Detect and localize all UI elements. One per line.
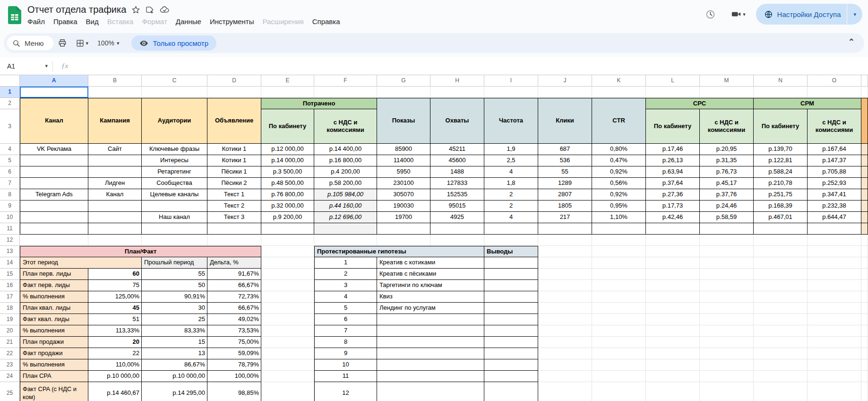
- cell-A2[interactable]: Канал: [20, 98, 88, 144]
- cell-E20[interactable]: [261, 325, 314, 337]
- cell-N12[interactable]: [754, 235, 808, 246]
- cell-I5[interactable]: 2,5: [484, 155, 538, 166]
- cell-O9[interactable]: р.232,38: [808, 200, 861, 212]
- cell-K15[interactable]: [592, 269, 646, 280]
- cell-I4[interactable]: 1,9: [484, 144, 538, 155]
- cell-M18[interactable]: [700, 303, 754, 314]
- cell-J4[interactable]: 687: [538, 144, 592, 155]
- cell-D10[interactable]: Текст 3: [207, 212, 261, 223]
- cell-M21[interactable]: [700, 337, 754, 348]
- cell-C18[interactable]: 30: [142, 303, 207, 314]
- cell-F12[interactable]: [314, 235, 377, 246]
- cell-L5[interactable]: р.26,13: [646, 155, 700, 166]
- cell-C12[interactable]: [142, 235, 207, 246]
- cell-I24[interactable]: [484, 371, 538, 382]
- cell-B6[interactable]: [88, 166, 142, 178]
- cell-J18[interactable]: [538, 303, 592, 314]
- cell-B11[interactable]: [88, 223, 142, 235]
- cell-P8[interactable]: [861, 189, 868, 200]
- cell-B9[interactable]: [88, 200, 142, 212]
- cell-G17[interactable]: Квиз: [377, 291, 484, 303]
- cell-D21[interactable]: 75,00%: [207, 337, 261, 348]
- cell-J17[interactable]: [538, 291, 592, 303]
- cell-G21[interactable]: [377, 337, 484, 348]
- cell-I19[interactable]: [484, 314, 538, 325]
- cell-G24[interactable]: [377, 371, 484, 382]
- cell-J22[interactable]: [538, 348, 592, 359]
- cell-K23[interactable]: [592, 359, 646, 371]
- cell-O5[interactable]: р.147,37: [808, 155, 861, 166]
- cell-J23[interactable]: [538, 359, 592, 371]
- cell-J6[interactable]: 55: [538, 166, 592, 178]
- cell-F8[interactable]: р.105 984,00: [314, 189, 377, 200]
- cell-P9[interactable]: [861, 200, 868, 212]
- cell-P20[interactable]: [861, 325, 868, 337]
- cell-M12[interactable]: [700, 235, 754, 246]
- cell-N13[interactable]: [754, 246, 808, 257]
- cell-D5[interactable]: Котики 1: [207, 155, 261, 166]
- cell-G2[interactable]: Показы: [377, 98, 430, 144]
- cell-N10[interactable]: р.467,01: [754, 212, 808, 223]
- cell-L10[interactable]: р.42,46: [646, 212, 700, 223]
- cell-P19[interactable]: [861, 314, 868, 325]
- cell-M10[interactable]: р.58,59: [700, 212, 754, 223]
- cell-F7[interactable]: р.58 200,00: [314, 178, 377, 189]
- cell-L24[interactable]: [646, 371, 700, 382]
- cell-O13[interactable]: [808, 246, 861, 257]
- menu-item-5[interactable]: Данные: [172, 17, 206, 26]
- cell-N21[interactable]: [754, 337, 808, 348]
- cell-O23[interactable]: [808, 359, 861, 371]
- cell-L8[interactable]: р.27,36: [646, 189, 700, 200]
- cell-K6[interactable]: 0,92%: [592, 166, 646, 178]
- cell-G7[interactable]: 230100: [377, 178, 430, 189]
- cell-B7[interactable]: Лидген: [88, 178, 142, 189]
- cell-J21[interactable]: [538, 337, 592, 348]
- row-header-2[interactable]: 2: [0, 98, 20, 109]
- cell-O6[interactable]: р.705,88: [808, 166, 861, 178]
- cell-E1[interactable]: [261, 87, 314, 98]
- cell-K17[interactable]: [592, 291, 646, 303]
- cell-A18[interactable]: План квал. лиды: [20, 303, 88, 314]
- cell-F3[interactable]: с НДС и комиссиями: [314, 109, 377, 144]
- cell-D7[interactable]: Пёсики 2: [207, 178, 261, 189]
- cell-E22[interactable]: [261, 348, 314, 359]
- cell-M20[interactable]: [700, 325, 754, 337]
- cell-I20[interactable]: [484, 325, 538, 337]
- cell-J19[interactable]: [538, 314, 592, 325]
- cell-G5[interactable]: 114000: [377, 155, 430, 166]
- cell-H7[interactable]: 127833: [430, 178, 484, 189]
- cell-I6[interactable]: 4: [484, 166, 538, 178]
- col-header-D[interactable]: D: [207, 75, 261, 87]
- cell-H4[interactable]: 45211: [430, 144, 484, 155]
- cell-C14[interactable]: Прошлый период: [142, 257, 207, 269]
- cell-I7[interactable]: 1,8: [484, 178, 538, 189]
- cell-J5[interactable]: 536: [538, 155, 592, 166]
- cell-O22[interactable]: [808, 348, 861, 359]
- cell-I21[interactable]: [484, 337, 538, 348]
- cell-E14[interactable]: [261, 257, 314, 269]
- cell-E3[interactable]: По кабинету: [261, 109, 314, 144]
- view-mode-chip[interactable]: Только просмотр: [131, 35, 216, 51]
- cell-F4[interactable]: р.14 400,00: [314, 144, 377, 155]
- cell-B25[interactable]: р.14 460,67: [88, 382, 142, 401]
- cell-N2[interactable]: CPM: [754, 98, 861, 109]
- cell-K7[interactable]: 0,56%: [592, 178, 646, 189]
- row-header-20[interactable]: 20: [0, 325, 20, 337]
- cell-I25[interactable]: [484, 382, 538, 401]
- cell-A24[interactable]: План CPA: [20, 371, 88, 382]
- cell-L22[interactable]: [646, 348, 700, 359]
- cell-B15[interactable]: 60: [88, 269, 142, 280]
- cell-E8[interactable]: р.76 800,00: [261, 189, 314, 200]
- cell-D9[interactable]: Текст 2: [207, 200, 261, 212]
- row-header-9[interactable]: 9: [0, 200, 20, 212]
- cell-I12[interactable]: [484, 235, 538, 246]
- cell-K1[interactable]: [592, 87, 646, 98]
- cell-B16[interactable]: 75: [88, 280, 142, 291]
- col-header-H[interactable]: H: [430, 75, 484, 87]
- select-all-corner[interactable]: [0, 75, 20, 87]
- menu-search[interactable]: Меню: [7, 36, 53, 50]
- cell-N16[interactable]: [754, 280, 808, 291]
- cell-N5[interactable]: р.122,81: [754, 155, 808, 166]
- cell-G6[interactable]: 5950: [377, 166, 430, 178]
- cell-G20[interactable]: [377, 325, 484, 337]
